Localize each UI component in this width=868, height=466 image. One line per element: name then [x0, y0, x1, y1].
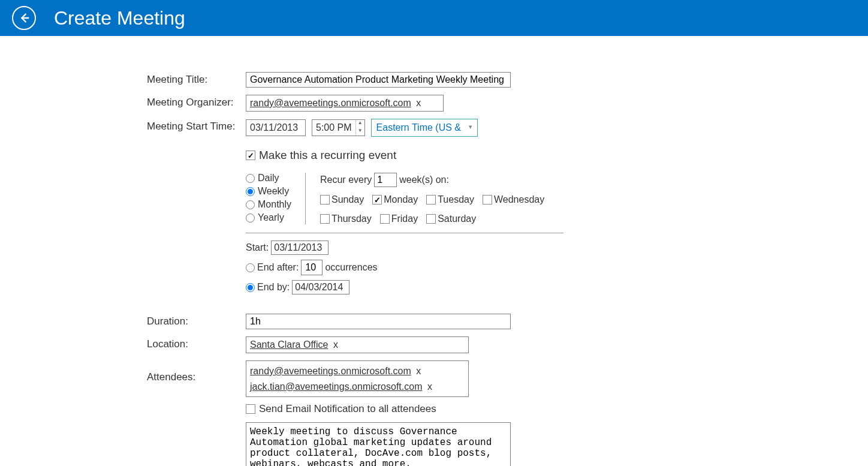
day-tuesday-checkbox[interactable] — [426, 195, 436, 205]
recur-interval-input[interactable] — [374, 173, 397, 187]
occurrences-input[interactable] — [301, 260, 323, 275]
attendee1-remove[interactable]: x — [416, 366, 421, 376]
attendee-tag-1[interactable]: randy@avemeetings.onmicrosoft.com — [250, 366, 411, 376]
day-tuesday-label: Tuesday — [438, 194, 474, 205]
day-saturday-checkbox[interactable] — [426, 214, 436, 224]
label-start-time: Meeting Start Time: — [147, 119, 246, 133]
location-tag[interactable]: Santa Clara Office — [250, 339, 328, 350]
freq-daily-label: Daily — [258, 173, 279, 184]
freq-yearly-label: Yearly — [258, 212, 284, 223]
end-by-label: End by: — [257, 282, 290, 293]
attendee2-remove[interactable]: x — [427, 381, 432, 392]
day-monday-checkbox[interactable] — [372, 195, 382, 205]
start-date-input[interactable]: 03/11/2013 — [246, 119, 306, 136]
create-meeting-form: Meeting Title: Meeting Organizer: randy@… — [0, 36, 629, 466]
range-start-label: Start: — [246, 242, 269, 253]
meeting-title-input[interactable] — [246, 72, 511, 88]
duration-input[interactable] — [246, 314, 511, 329]
location-remove[interactable]: x — [333, 339, 338, 350]
freq-weekly-label: Weekly — [258, 186, 289, 197]
label-duration: Duration: — [147, 314, 246, 327]
day-saturday-label: Saturday — [438, 214, 476, 224]
start-time-spinner[interactable]: 5:00 PM ▲ ▼ — [312, 119, 365, 136]
arrow-left-icon — [17, 11, 31, 25]
notify-label: Send Email Notification to all attendees — [259, 403, 436, 415]
description-textarea[interactable] — [246, 422, 511, 466]
day-sunday-checkbox[interactable] — [320, 195, 330, 205]
back-button[interactable] — [12, 6, 36, 30]
recurrence-range: Start: 03/11/2013 End after: occurrences… — [246, 240, 629, 294]
day-wednesday-label: Wednesday — [494, 194, 544, 205]
timezone-select[interactable]: Eastern Time (US & — [371, 119, 478, 137]
freq-weekly-radio[interactable] — [246, 187, 255, 196]
end-by-date-input[interactable]: 04/03/2014 — [292, 280, 349, 294]
organizer-remove[interactable]: x — [416, 98, 421, 108]
label-attendees: Attendees: — [147, 360, 246, 383]
time-up-icon[interactable]: ▲ — [356, 120, 364, 128]
recurring-checkbox[interactable] — [246, 151, 255, 160]
freq-daily-radio[interactable] — [246, 174, 255, 183]
freq-yearly-radio[interactable] — [246, 214, 255, 223]
location-input[interactable]: Santa Clara Office x — [246, 336, 469, 353]
day-friday-label: Friday — [391, 214, 418, 224]
organizer-input[interactable]: randy@avemeetings.onmicrosoft.com x — [246, 95, 444, 112]
start-time-value[interactable]: 5:00 PM — [312, 120, 355, 136]
end-by-radio[interactable] — [246, 283, 255, 292]
label-meeting-title: Meeting Title: — [147, 72, 246, 86]
attendees-input[interactable]: randy@avemeetings.onmicrosoft.com x jack… — [246, 360, 469, 397]
day-wednesday-checkbox[interactable] — [483, 195, 492, 205]
time-down-icon[interactable]: ▼ — [356, 128, 364, 136]
recurring-label: Make this a recurring event — [259, 149, 396, 162]
app-header: Create Meeting — [0, 0, 868, 36]
label-location: Location: — [147, 336, 246, 350]
day-monday-label: Monday — [384, 194, 418, 205]
recur-post-label: week(s) on: — [399, 175, 449, 185]
recurrence-section: Daily Weekly Monthly Yearly Recur every … — [246, 167, 563, 233]
label-description: Description: — [147, 422, 246, 466]
day-sunday-label: Sunday — [331, 194, 364, 205]
notify-checkbox[interactable] — [246, 404, 255, 414]
label-organizer: Meeting Organizer: — [147, 95, 246, 109]
freq-monthly-label: Monthly — [258, 199, 291, 210]
day-friday-checkbox[interactable] — [380, 214, 390, 224]
freq-monthly-radio[interactable] — [246, 200, 255, 209]
end-after-radio[interactable] — [246, 263, 255, 272]
day-thursday-label: Thursday — [331, 214, 372, 224]
end-after-label: End after: — [257, 262, 299, 273]
page-title: Create Meeting — [54, 7, 185, 29]
recur-pre-label: Recur every — [320, 175, 372, 185]
range-start-date-input[interactable]: 03/11/2013 — [271, 240, 328, 255]
day-thursday-checkbox[interactable] — [320, 214, 330, 224]
attendee-tag-2[interactable]: jack.tian@avemeetings.onmicrosoft.com — [250, 381, 422, 392]
organizer-tag[interactable]: randy@avemeetings.onmicrosoft.com — [250, 98, 411, 108]
occurrences-label: occurrences — [325, 262, 377, 273]
